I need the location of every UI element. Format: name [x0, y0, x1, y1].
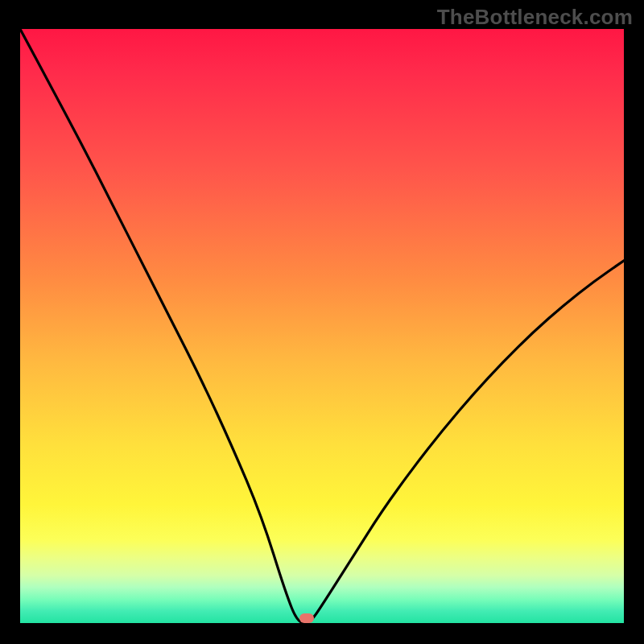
watermark-text: TheBottleneck.com: [437, 5, 633, 30]
curve-svg: [20, 29, 624, 623]
bottleneck-curve: [20, 29, 624, 623]
chart-frame: TheBottleneck.com: [0, 0, 644, 644]
plot-area: [20, 29, 624, 623]
optimal-point-marker: [299, 613, 314, 623]
